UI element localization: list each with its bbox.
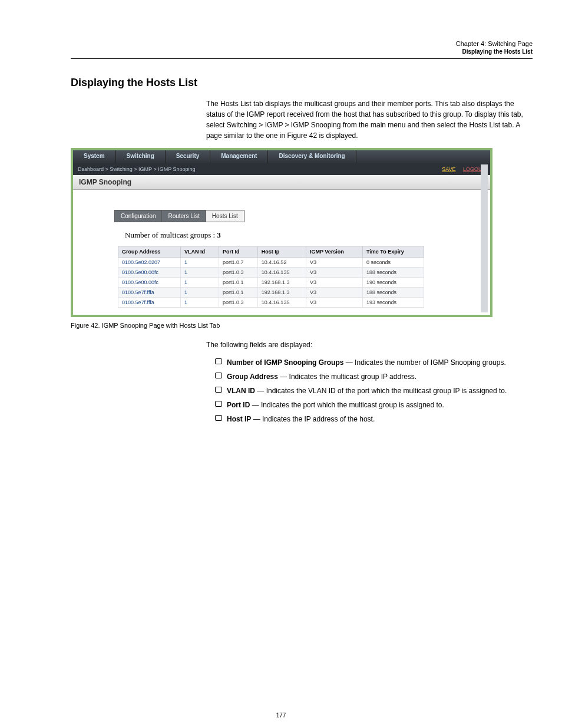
nav-switching[interactable]: Switching bbox=[116, 150, 166, 163]
bullet-icon bbox=[215, 358, 222, 364]
col-igmp-version: IGMP Version bbox=[306, 246, 362, 258]
tab-routers-list[interactable]: Routers List bbox=[161, 210, 206, 222]
bullet-icon bbox=[215, 415, 222, 421]
breadcrumb: Dashboard > Switching > IGMP > IGMP Snoo… bbox=[78, 166, 196, 172]
list-item: VLAN ID — Indicates the VLAN ID of the p… bbox=[215, 386, 533, 396]
table-row: 0100.5e7f.fffa1port1.0.310.4.16.135V3193… bbox=[118, 298, 424, 308]
col-vlan-id: VLAN Id bbox=[181, 246, 219, 258]
list-item: Host IP — Indicates the IP address of th… bbox=[215, 414, 533, 424]
scrollbar[interactable] bbox=[481, 164, 488, 312]
section-heading: Displaying the Hosts List bbox=[71, 77, 533, 89]
nav-security[interactable]: Security bbox=[166, 150, 210, 163]
nav-discovery[interactable]: Discovery & Monitoring bbox=[268, 150, 356, 163]
col-port-id: Port Id bbox=[219, 246, 258, 258]
tab-hosts-list[interactable]: Hosts List bbox=[206, 210, 244, 222]
multicast-count: Number of multicast groups : 3 bbox=[125, 230, 472, 240]
table-row: 0100.5e00.00fc1port1.0.310.4.16.135V3188… bbox=[118, 268, 424, 278]
bullet-icon bbox=[215, 387, 222, 393]
save-link[interactable]: SAVE bbox=[442, 166, 455, 172]
section-label: Displaying the Hosts List bbox=[462, 48, 533, 55]
nav-management[interactable]: Management bbox=[210, 150, 268, 163]
col-group-address: Group Address bbox=[118, 246, 181, 258]
intro-paragraph: The Hosts List tab displays the multicas… bbox=[206, 98, 533, 141]
top-nav: System Switching Security Management Dis… bbox=[73, 150, 490, 163]
panel-title: IGMP Snooping bbox=[73, 175, 490, 190]
fields-intro: The following fields are displayed: bbox=[206, 340, 533, 350]
col-host-ip: Host Ip bbox=[257, 246, 306, 258]
bullet-icon bbox=[215, 401, 222, 407]
table-row: 0100.5e00.00fc1port1.0.1192.168.1.3V3190… bbox=[118, 278, 424, 288]
nav-system[interactable]: System bbox=[73, 150, 116, 163]
figure-caption: Figure 42. IGMP Snooping Page with Hosts… bbox=[71, 322, 533, 329]
table-row: 0100.5e02.02071port1.0.710.4.16.52V30 se… bbox=[118, 258, 424, 268]
embedded-screenshot: System Switching Security Management Dis… bbox=[71, 148, 492, 317]
tab-configuration[interactable]: Configuration bbox=[114, 210, 162, 222]
table-row: 0100.5e7f.fffa1port1.0.1192.168.1.3V3188… bbox=[118, 288, 424, 298]
list-item: Number of IGMP Snooping Groups — Indicat… bbox=[215, 357, 533, 368]
page-number: 177 bbox=[276, 712, 286, 719]
hosts-table: Group Address VLAN Id Port Id Host Ip IG… bbox=[118, 246, 424, 308]
list-item: Group Address — Indicates the multicast … bbox=[215, 371, 533, 382]
col-time-expiry: Time To Expiry bbox=[362, 246, 424, 258]
list-item: Port ID — Indicates the port which the m… bbox=[215, 400, 533, 410]
running-title: Chapter 4: Switching Page bbox=[456, 40, 533, 47]
bullet-icon bbox=[215, 373, 222, 378]
